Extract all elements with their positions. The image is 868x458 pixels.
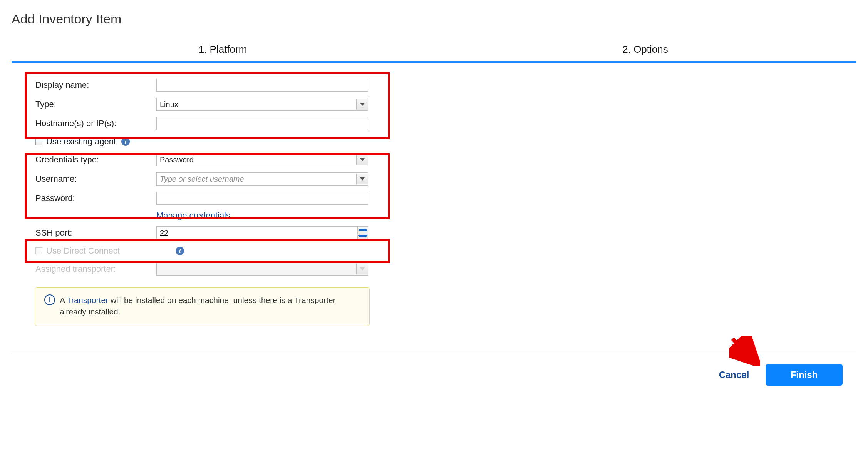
password-label: Password: xyxy=(35,193,156,203)
note-prefix: A xyxy=(60,296,67,304)
step-options[interactable]: 2. Options xyxy=(434,43,856,61)
manage-credentials-link[interactable]: Manage credentials xyxy=(156,211,230,221)
info-icon[interactable]: i xyxy=(121,137,130,146)
form-area: Display name: Type: Linux Hostname(s) or… xyxy=(12,75,397,326)
info-icon: i xyxy=(44,294,55,305)
step-platform[interactable]: 1. Platform xyxy=(12,43,434,61)
assigned-transporter-label: Assigned transporter: xyxy=(35,264,156,274)
hostnames-label: Hostname(s) or IP(s): xyxy=(35,119,156,129)
credentials-type-value: Password xyxy=(160,155,194,164)
username-label: Username: xyxy=(35,174,156,184)
credentials-type-label: Credentials type: xyxy=(35,155,156,165)
chevron-down-icon xyxy=(356,99,368,110)
hostnames-input[interactable] xyxy=(156,117,368,130)
chevron-down-icon xyxy=(356,264,368,274)
wizard-steps: 1. Platform 2. Options xyxy=(12,43,856,63)
type-select-value: Linux xyxy=(160,100,178,109)
use-direct-connect-label: Use Direct Connect xyxy=(46,246,120,256)
credentials-type-select[interactable]: Password xyxy=(156,153,368,166)
use-existing-agent-checkbox[interactable] xyxy=(35,138,42,145)
use-direct-connect-checkbox xyxy=(35,247,42,254)
ssh-port-input[interactable] xyxy=(156,226,357,239)
assigned-transporter-select xyxy=(156,262,368,276)
display-name-input[interactable] xyxy=(156,79,368,92)
username-placeholder: Type or select username xyxy=(160,175,244,184)
add-inventory-dialog: Add Inventory Item 1. Platform 2. Option… xyxy=(0,0,868,396)
chevron-down-icon xyxy=(356,174,368,184)
display-name-label: Display name: xyxy=(35,80,156,90)
ssh-port-up[interactable] xyxy=(358,227,368,233)
cancel-button[interactable]: Cancel xyxy=(715,364,753,386)
ssh-port-label: SSH port: xyxy=(35,228,156,238)
finish-button[interactable]: Finish xyxy=(766,364,843,386)
annotation-arrow-icon xyxy=(729,336,760,366)
transporter-link[interactable]: Transporter xyxy=(67,296,108,304)
password-input[interactable] xyxy=(156,192,368,205)
use-existing-agent-label: Use existing agent xyxy=(46,137,116,147)
ssh-port-spinner[interactable] xyxy=(156,226,368,239)
transporter-info-note: i A Transporter will be installed on eac… xyxy=(35,287,370,326)
type-select[interactable]: Linux xyxy=(156,98,368,111)
info-icon[interactable]: i xyxy=(176,247,184,255)
username-combo[interactable]: Type or select username xyxy=(156,172,368,186)
svg-line-0 xyxy=(732,339,752,358)
type-label: Type: xyxy=(35,99,156,109)
use-direct-connect-row: Use Direct Connect i xyxy=(12,242,397,259)
use-existing-agent-row[interactable]: Use existing agent i xyxy=(12,133,397,150)
ssh-port-down[interactable] xyxy=(358,233,368,239)
dialog-footer: Cancel Finish xyxy=(12,353,856,396)
page-title: Add Inventory Item xyxy=(12,12,856,27)
chevron-down-icon xyxy=(356,154,368,165)
